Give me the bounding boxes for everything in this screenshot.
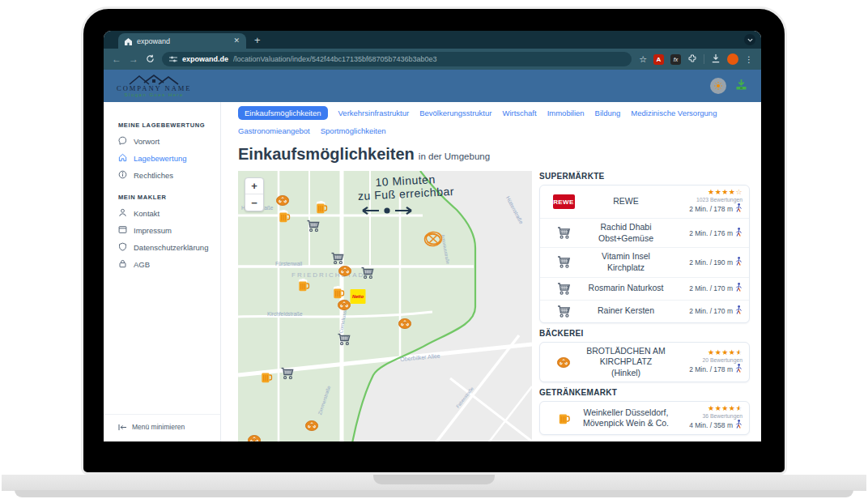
profile-avatar[interactable] [727,53,738,65]
sidebar-item-label: AGB [134,260,150,269]
map-marker-pretzel[interactable] [276,194,289,209]
poi-row[interactable]: Rosmarin Naturkost2 Min. / 170 m [540,277,749,300]
map-marker-beer[interactable] [316,201,328,217]
map[interactable]: + − 10 Minuten zu Fuß erreichbar [238,171,532,441]
acrobat-extension-icon[interactable]: A [653,54,664,65]
downloads-icon[interactable] [711,52,721,66]
export-download-icon[interactable] [734,79,748,94]
map-marker-cart[interactable] [361,267,375,283]
map-marker-pretzel[interactable] [248,434,261,441]
panel-section: GETRÄNKEMARKTWeinkeller Düsseldorf, Möve… [539,388,750,435]
map-marker-beer[interactable] [279,210,291,226]
distance: 2 Min. / 176 m [689,228,742,239]
sidebar-item-rechtliches[interactable]: Rechtliches [104,167,220,184]
panel-section-title: SUPERMÄRKTE [539,172,750,181]
sidebar-item-agb[interactable]: AGB [104,256,220,273]
reload-icon[interactable] [146,54,155,65]
distance-text: 2 Min. / 170 m [689,284,733,292]
distance-text: 2 Min. / 178 m [689,205,733,213]
tab-gastronomieangebot[interactable]: Gastronomieangebot [238,124,310,138]
map-marker-pretzel[interactable] [305,420,318,434]
bookmark-star-icon[interactable]: ☆ [639,54,647,65]
tab-title: expowand [137,37,170,45]
sidebar-item-label: Vorwort [134,137,160,146]
main-content: EinkaufsmöglichkeitenVerkehrsinfrastrukt… [221,102,761,441]
browser-toolbar: ← → expowand.de/locationValuation/index/… [104,49,761,70]
back-icon[interactable]: ← [112,53,121,65]
tab-immobilien[interactable]: Immobilien [547,106,585,120]
sidebar-item-impressum[interactable]: Impressum [104,222,220,239]
poi-row[interactable]: Rachid Dhabi Obst+Gemüse2 Min. / 176 m [540,218,749,247]
tab-medizinische-versorgung[interactable]: Medizinische Versorgung [631,106,717,120]
address-bar[interactable]: expowand.de/locationValuation/index/542f… [162,52,632,66]
tab-wirtschaft[interactable]: Wirtschaft [502,106,536,120]
content-area: MEINE LAGEBEWERTUNG VorwortLagebewertung… [104,102,761,441]
tab-search-icon[interactable] [744,34,755,45]
walking-icon [735,228,742,239]
distance: 2 Min. / 170 m [689,283,742,294]
cart-icon [547,227,581,239]
poi-row[interactable]: REWEREWE★★★★☆1023 Bewertungen2 Min. / 17… [540,186,749,218]
extensions-puzzle-icon[interactable] [687,52,697,66]
sun-icon [714,82,722,90]
map-marker-cart[interactable] [281,368,295,383]
sidebar-item-label: Lagebewertung [134,154,187,163]
review-count: 36 Bewertungen [702,413,742,419]
tab-sportm-glichkeiten[interactable]: Sportmöglichkeiten [321,124,386,138]
map-marker-beer[interactable] [298,279,310,295]
fx-extension-icon[interactable]: fx [670,54,681,65]
poi-row[interactable]: Vitamin Insel Kirchplatz2 Min. / 190 m [540,247,749,276]
tab-bev-lkerungsstruktur[interactable]: Bevölkerungsstruktur [419,106,491,120]
user-avatar[interactable] [710,78,726,94]
map-marker-pretzel[interactable] [338,265,351,279]
shield-icon [118,242,127,253]
map-marker-cart[interactable] [338,334,351,349]
distance-text: 2 Min. / 176 m [689,229,733,237]
home-favicon-icon [125,34,132,49]
sidebar-item-label: Rechtliches [134,171,173,180]
map-marker-beer[interactable] [261,370,273,386]
walking-icon [735,364,742,375]
map-marker-pretzel[interactable] [338,299,351,313]
menu-collapse-button[interactable]: Menü minimieren [104,414,220,441]
page-title: Einkaufsmöglichkeitenin der Umgebung [238,145,750,164]
page: expowand ✕ + ← → expowand.de/locationVal… [0,0,868,499]
sidebar-item-datenschutzerkl-rung[interactable]: Datenschutzerklärung [104,239,220,256]
sidebar-section-lagebewertung: MEINE LAGEBEWERTUNG [118,122,220,129]
tab-verkehrsinfrastruktur[interactable]: Verkehrsinfrastruktur [338,106,410,120]
browser-tab[interactable]: expowand ✕ [118,33,246,49]
annotation-arrows-icon [361,205,413,220]
tab-bildung[interactable]: Bildung [595,106,621,120]
zoom-out-button[interactable]: − [245,194,263,211]
poi-row[interactable]: Rainer Kersten2 Min. / 170 m [540,300,749,322]
sidebar-item-kontakt[interactable]: Kontakt [104,205,220,222]
map-marker-pretzel[interactable] [398,318,411,332]
forward-icon[interactable]: → [129,53,138,65]
map-marker-scribble[interactable] [423,230,445,252]
map-marker-cart[interactable] [307,220,321,236]
map-street-label: Kirchfeldstraße [267,311,303,317]
map-marker-netto-logo[interactable]: Netto [351,289,366,304]
browser-menu-icon[interactable]: ⋮ [745,55,753,64]
poi-row[interactable]: BROTLÄDCHEN AM KIRCHPLATZ (Hinkel)★★★★★2… [540,343,749,382]
review-count: 20 Bewertungen [702,357,742,363]
speech-bubble-icon [118,136,127,147]
sidebar-item-lagebewertung[interactable]: Lagebewertung [104,150,220,167]
site-settings-icon[interactable] [169,52,177,66]
panel-section: DROGERIEMARKTdm-drogerie markt5 Min. / 4… [539,441,750,441]
new-tab-button[interactable]: + [254,33,261,47]
poi-name: Rachid Dhabi Obst+Gemüse [581,222,671,244]
tab-einkaufsm-glichkeiten[interactable]: Einkaufsmöglichkeiten [238,106,328,120]
sidebar-section-makler: MEIN MAKLER [118,194,220,201]
netto-logo: Netto [351,289,366,304]
category-tabs: EinkaufsmöglichkeitenVerkehrsinfrastrukt… [238,106,750,138]
url-path: /locationValuation/index/542f44bc17135bf… [233,55,437,63]
sidebar-item-vorwort[interactable]: Vorwort [104,133,220,150]
distance: 4 Min. / 358 m [689,420,742,431]
zoom-in-button[interactable]: + [245,178,263,194]
rating-stars: ★★★★★ [708,405,742,412]
toolbar-divider [704,54,704,64]
tab-close-icon[interactable]: ✕ [233,37,240,45]
poi-row[interactable]: Weinkeller Düsseldorf, Mövenpick Wein & … [540,402,749,434]
walking-icon [735,420,742,431]
